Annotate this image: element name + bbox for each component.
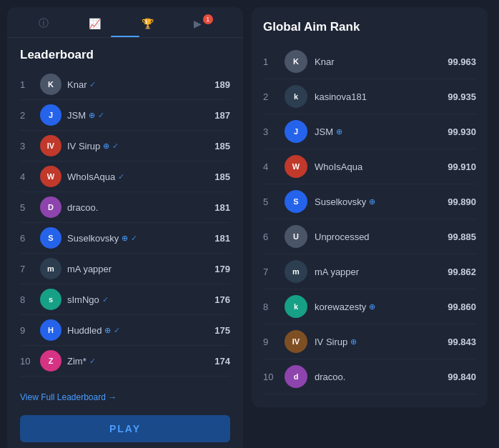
- table-row: 7 m mA yapper 179: [20, 254, 230, 284]
- table-row: 4 W WhoIsAqua ✓ 185: [20, 161, 230, 192]
- player-name: kasinova181: [315, 91, 448, 102]
- table-row: 1 K Knar ✓ 189: [20, 69, 230, 100]
- rank-number: 4: [263, 161, 277, 172]
- tab-trophy[interactable]: 🏆: [136, 14, 159, 33]
- avatar: S: [40, 227, 61, 249]
- player-name: dracoo.: [315, 372, 448, 382]
- blue-badge-icon: ⊕: [369, 197, 375, 206]
- chart-icon: 📈: [89, 18, 101, 29]
- avatar: K: [285, 50, 307, 73]
- rank-number: 10: [263, 372, 277, 382]
- check-badge-icon: ✓: [118, 172, 124, 181]
- player-score: 99.963: [448, 56, 476, 67]
- leaderboard-title: Leaderboard: [20, 48, 230, 62]
- player-score: 185: [214, 141, 230, 151]
- info-icon: ⓘ: [39, 17, 49, 30]
- left-panel: ⓘ 📈 🏆 ▶ 1 Leaderboard 1 K Knar ✓ 189 2 J…: [7, 7, 243, 448]
- check-badge-icon: ✓: [89, 357, 96, 366]
- table-row: 3 IV IV Sirup ⊕✓ 185: [20, 131, 230, 161]
- avatar: d: [285, 365, 307, 388]
- table-row: 10 Z Zim* ✓ 174: [20, 346, 230, 377]
- player-score: 185: [214, 171, 230, 182]
- avatar: m: [40, 258, 61, 279]
- player-name: IV Sirup ⊕: [315, 337, 448, 347]
- table-row: 4 W WhoIsAqua 99.910: [263, 149, 476, 184]
- tab-active-indicator: [111, 36, 139, 37]
- main-container: ⓘ 📈 🏆 ▶ 1 Leaderboard 1 K Knar ✓ 189 2 J…: [0, 0, 499, 448]
- rank-number: 7: [20, 264, 34, 274]
- player-score: 99.885: [448, 232, 476, 242]
- player-name: Knar: [315, 56, 448, 67]
- table-row: 5 S Suselkovsky ⊕ 99.890: [263, 184, 476, 219]
- player-name: dracoo.: [67, 202, 214, 213]
- check-badge-icon: ✓: [114, 326, 120, 335]
- blue-badge-icon: ⊕: [103, 141, 109, 151]
- player-name: WhoIsAqua ✓: [67, 171, 214, 182]
- rank-number: 2: [20, 110, 34, 121]
- player-name: korewazesty ⊕: [315, 302, 448, 312]
- avatar: K: [40, 74, 61, 95]
- player-score: 174: [214, 356, 230, 367]
- avatar: S: [285, 190, 307, 213]
- player-score: 99.910: [448, 161, 476, 172]
- play-button[interactable]: PLAY: [20, 415, 230, 442]
- check-badge-icon: ✓: [98, 111, 104, 120]
- table-row: 5 D dracoo. 181: [20, 192, 230, 223]
- player-name: Suselkovsky ⊕✓: [67, 233, 214, 244]
- player-name: Unprocessed: [315, 232, 448, 242]
- gar-title: Global Aim Rank: [263, 20, 476, 34]
- tab-chart[interactable]: 📈: [83, 14, 107, 33]
- table-row: 8 k korewazesty ⊕ 99.860: [263, 289, 476, 324]
- tab-video[interactable]: ▶ 1: [188, 14, 217, 33]
- check-badge-icon: ✓: [102, 295, 109, 304]
- tab-info[interactable]: ⓘ: [33, 14, 54, 33]
- rank-number: 8: [263, 302, 277, 312]
- view-full-link[interactable]: View Full Leaderboard →: [7, 387, 243, 408]
- avatar: D: [40, 196, 61, 218]
- table-row: 6 S Suselkovsky ⊕✓ 181: [20, 223, 230, 254]
- trophy-icon: 🏆: [142, 18, 154, 29]
- nav-tabs: ⓘ 📈 🏆 ▶ 1: [7, 7, 243, 38]
- rank-number: 4: [20, 171, 34, 182]
- avatar: H: [40, 319, 61, 341]
- player-name: WhoIsAqua: [315, 161, 448, 172]
- rank-number: 8: [20, 294, 34, 305]
- rank-number: 3: [20, 141, 34, 151]
- rank-number: 5: [20, 202, 34, 213]
- avatar: m: [285, 260, 307, 283]
- rank-number: 2: [263, 91, 277, 102]
- avatar: Z: [40, 350, 61, 372]
- player-score: 179: [214, 264, 230, 274]
- avatar: k: [285, 85, 307, 108]
- avatar: s: [40, 289, 61, 310]
- rank-number: 6: [263, 232, 277, 242]
- player-name: IV Sirup ⊕✓: [67, 141, 214, 151]
- player-score: 189: [214, 79, 230, 90]
- table-row: 7 m mA yapper 99.862: [263, 254, 476, 289]
- leaderboard-content: Leaderboard 1 K Knar ✓ 189 2 J JSM ⊕✓ 18…: [7, 38, 243, 387]
- player-score: 99.935: [448, 91, 476, 102]
- check-badge-icon: ✓: [89, 80, 96, 89]
- player-score: 99.862: [448, 267, 476, 277]
- avatar: J: [40, 104, 61, 126]
- blue-badge-icon: ⊕: [336, 127, 342, 136]
- table-row: 9 IV IV Sirup ⊕ 99.843: [263, 324, 476, 359]
- player-score: 181: [214, 202, 230, 213]
- player-score: 99.930: [448, 126, 476, 137]
- play-button-wrap: PLAY: [7, 408, 243, 448]
- avatar: U: [285, 225, 307, 248]
- avatar: W: [285, 155, 307, 178]
- player-score: 175: [214, 325, 230, 336]
- video-icon: ▶: [194, 18, 202, 29]
- blue-badge-icon: ⊕: [122, 234, 128, 243]
- blue-badge-icon: ⊕: [350, 337, 357, 347]
- blue-badge-icon: ⊕: [89, 111, 95, 120]
- avatar: IV: [40, 135, 61, 156]
- player-name: mA yapper: [315, 267, 448, 277]
- rank-number: 10: [20, 356, 34, 367]
- table-row: 2 k kasinova181 99.935: [263, 79, 476, 114]
- check-badge-icon: ✓: [112, 141, 119, 151]
- player-name: Zim* ✓: [67, 356, 214, 367]
- table-row: 2 J JSM ⊕✓ 187: [20, 100, 230, 131]
- rank-number: 3: [263, 126, 277, 137]
